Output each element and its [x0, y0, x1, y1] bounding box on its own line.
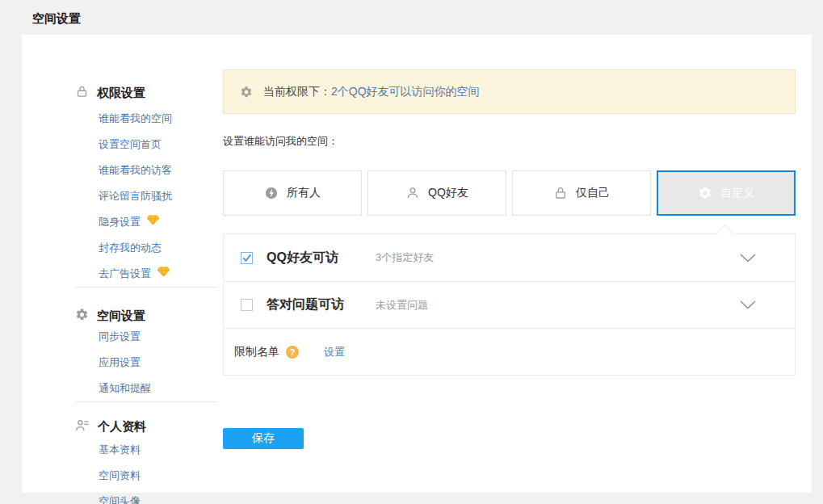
access-option-qq-friends[interactable]: QQ好友	[367, 170, 506, 216]
sidebar-item-label: 谁能看我的访客	[99, 158, 172, 183]
diamond-icon	[157, 261, 170, 287]
notice-text: 当前权限下：2个QQ好友可以访问你的空间	[263, 85, 480, 99]
access-option-label: 自定义	[720, 186, 754, 200]
custom-access-panel: QQ好友可访 3个指定好友 答对问题可访 未设置问题 限制名单 ? 设置	[223, 233, 796, 376]
sidebar-item-label: 空间头像	[99, 489, 141, 504]
notice-highlight: 2个QQ好友可以访问你的空间	[331, 85, 480, 98]
sidebar-item-who-can-see-my-space[interactable]: 谁能看我的空间	[99, 106, 217, 132]
person-icon	[405, 186, 420, 200]
restricted-list-set-link[interactable]: 设置	[324, 345, 345, 359]
sidebar-section-space-settings: 空间设置	[75, 309, 217, 323]
access-option-row: 所有人 QQ好友 仅自己 自定义	[223, 170, 796, 216]
sidebar-item-label: 通知和提醒	[99, 376, 151, 401]
chevron-down-icon[interactable]	[740, 300, 756, 309]
sidebar-section-permissions: 权限设置	[75, 86, 217, 100]
sidebar-item-homepage-setting[interactable]: 设置空间首页	[99, 132, 217, 158]
save-button[interactable]: 保存	[223, 428, 304, 449]
sidebar-item-label: 应用设置	[99, 350, 141, 376]
access-option-label: 所有人	[287, 186, 321, 200]
question-access-row: 答对问题可访 未设置问题	[224, 281, 795, 328]
page-title: 空间设置	[32, 11, 81, 27]
sidebar-item-label: 评论留言防骚扰	[99, 183, 172, 209]
sidebar-item-sync-settings[interactable]: 同步设置	[99, 324, 217, 350]
chevron-down-icon[interactable]	[740, 254, 756, 262]
gear-icon	[698, 186, 712, 200]
access-option-label: QQ好友	[428, 186, 468, 200]
notice-prefix: 当前权限下：	[263, 85, 331, 98]
restricted-list-label: 限制名单	[234, 345, 279, 359]
sidebar-item-app-settings[interactable]: 应用设置	[99, 350, 217, 376]
sidebar-item-label: 同步设置	[99, 324, 141, 350]
sidebar-list-permissions: 谁能看我的空间 设置空间首页 谁能看我的访客 评论留言防骚扰 隐身设置 封存我的…	[99, 106, 217, 287]
sidebar-item-basic-profile[interactable]: 基本资料	[99, 437, 217, 463]
sidebar-section-title: 空间设置	[97, 309, 145, 324]
sidebar-item-space-profile[interactable]: 空间资料	[99, 463, 217, 489]
restricted-list-row: 限制名单 ? 设置	[224, 328, 795, 375]
access-option-only-me[interactable]: 仅自己	[512, 170, 651, 216]
access-option-label: 仅自己	[576, 186, 610, 200]
sidebar-item-label: 去广告设置	[99, 261, 151, 287]
diamond-icon	[147, 209, 159, 235]
help-icon[interactable]: ?	[286, 346, 299, 359]
sidebar-divider	[75, 287, 217, 288]
sidebar-item-comment-antispam[interactable]: 评论留言防骚扰	[99, 183, 217, 209]
sidebar-divider	[75, 401, 217, 402]
sidebar-item-archive-my-feeds[interactable]: 封存我的动态	[99, 235, 217, 261]
sidebar-section-title: 个人资料	[98, 419, 146, 435]
sidebar-item-label: 封存我的动态	[99, 235, 162, 261]
qq-friends-access-row: QQ好友可访 3个指定好友	[224, 234, 795, 281]
sidebar-list-profile: 基本资料 空间资料 空间头像	[99, 437, 217, 504]
lock-icon	[553, 186, 568, 200]
row-label: QQ好友可访	[267, 250, 376, 267]
sidebar-item-space-avatar[interactable]: 空间头像	[99, 489, 217, 504]
globe-icon	[264, 186, 279, 200]
gear-icon	[75, 308, 89, 324]
sidebar-item-invisible-setting[interactable]: 隐身设置	[99, 209, 217, 235]
access-option-custom[interactable]: 自定义	[657, 170, 796, 216]
sidebar-section-profile: 个人资料	[75, 419, 217, 434]
row-detail: 3个指定好友	[376, 250, 434, 265]
row-label: 答对问题可访	[267, 296, 376, 313]
access-setting-label: 设置谁能访问我的空间：	[223, 134, 338, 149]
access-option-everyone[interactable]: 所有人	[223, 170, 362, 216]
sidebar-item-label: 空间资料	[99, 463, 141, 489]
sidebar-section-title: 权限设置	[97, 86, 145, 101]
sidebar-item-who-can-see-my-visitors[interactable]: 谁能看我的访客	[99, 158, 217, 183]
gear-icon	[240, 86, 253, 99]
sidebar-list-space-settings: 同步设置 应用设置 通知和提醒	[99, 324, 217, 401]
permission-notice-banner: 当前权限下：2个QQ好友可以访问你的空间	[223, 69, 796, 114]
lock-icon	[75, 85, 89, 101]
sidebar-item-label: 谁能看我的空间	[99, 106, 172, 132]
row-detail: 未设置问题	[376, 298, 428, 313]
qq-friends-access-checkbox[interactable]	[241, 252, 253, 264]
sidebar: 权限设置 谁能看我的空间 设置空间首页 谁能看我的访客 评论留言防骚扰 隐身设置…	[75, 86, 217, 504]
sidebar-item-label: 基本资料	[99, 437, 141, 463]
profile-icon	[75, 418, 90, 435]
question-access-checkbox[interactable]	[241, 299, 253, 311]
sidebar-item-ad-removal-setting[interactable]: 去广告设置	[99, 261, 217, 287]
sidebar-item-notifications[interactable]: 通知和提醒	[99, 376, 217, 401]
sidebar-item-label: 隐身设置	[99, 209, 141, 235]
sidebar-item-label: 设置空间首页	[99, 132, 162, 158]
